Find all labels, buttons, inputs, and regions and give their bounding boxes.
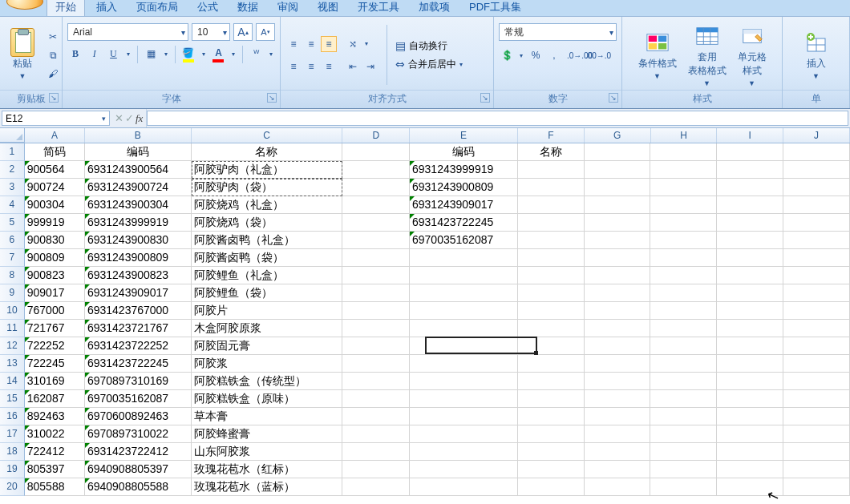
cell-G13[interactable] xyxy=(585,355,651,373)
row-header[interactable]: 12 xyxy=(0,337,25,355)
cell-H12[interactable] xyxy=(650,337,717,355)
row-header[interactable]: 14 xyxy=(0,373,25,390)
align-right-button[interactable]: ≡ xyxy=(321,58,337,75)
cell-G12[interactable] xyxy=(585,337,651,355)
border-button[interactable]: ▦ xyxy=(143,46,159,62)
cell-F1[interactable]: 名称 xyxy=(518,143,585,161)
cell-C19[interactable]: 玫瑰花苞水（红标） xyxy=(192,461,342,478)
font-size-combo[interactable]: 10▾ xyxy=(192,23,230,41)
cell-J10[interactable] xyxy=(783,302,850,320)
cell-A17[interactable]: 310022 xyxy=(25,425,85,443)
column-header-G[interactable]: G xyxy=(585,128,651,143)
cell-E6[interactable]: 6970035162087 xyxy=(410,232,518,249)
copy-button[interactable]: ⧉ xyxy=(45,47,61,63)
cell-F18[interactable] xyxy=(518,443,585,461)
cell-C10[interactable]: 阿胶片 xyxy=(192,302,342,320)
dialog-launcher-icon[interactable]: ↘ xyxy=(267,93,277,103)
paste-button[interactable]: 粘贴 ▼ xyxy=(5,28,40,82)
italic-button[interactable]: I xyxy=(87,46,103,62)
cell-A18[interactable]: 722412 xyxy=(25,443,85,461)
tab-PDF工具集[interactable]: PDF工具集 xyxy=(461,0,529,16)
cell-C6[interactable]: 阿胶酱卤鸭（礼盒） xyxy=(192,232,342,249)
number-format-combo[interactable]: 常规▾ xyxy=(499,23,617,41)
name-box[interactable]: E12▾ xyxy=(2,111,110,126)
cell-D12[interactable] xyxy=(342,337,410,355)
cell-I12[interactable] xyxy=(717,337,783,355)
font-family-combo[interactable]: Arial▾ xyxy=(67,23,188,41)
cell-B6[interactable]: 6931243900830 xyxy=(85,232,192,249)
cell-H5[interactable] xyxy=(650,214,717,232)
cell-A4[interactable]: 900304 xyxy=(25,196,85,214)
cell-H13[interactable] xyxy=(650,355,717,373)
cell-I9[interactable] xyxy=(717,284,783,302)
cell-B12[interactable]: 6931423722252 xyxy=(85,337,192,355)
cell-D5[interactable] xyxy=(342,214,410,232)
cell-J14[interactable] xyxy=(783,373,850,390)
cell-H17[interactable] xyxy=(650,425,717,443)
cell-C7[interactable]: 阿胶酱卤鸭（袋） xyxy=(192,249,342,267)
cell-D6[interactable] xyxy=(342,232,410,249)
column-header-D[interactable]: D xyxy=(342,128,410,143)
cell-G7[interactable] xyxy=(585,249,651,267)
align-left-button[interactable]: ≡ xyxy=(285,58,302,75)
underline-button[interactable]: U xyxy=(106,46,122,62)
cell-I14[interactable] xyxy=(717,373,783,390)
cell-J12[interactable] xyxy=(783,337,850,355)
currency-button[interactable]: 💲 xyxy=(499,47,515,63)
tab-视图[interactable]: 视图 xyxy=(310,0,346,16)
cell-C15[interactable]: 阿胶糕铁盒（原味） xyxy=(192,390,342,408)
cell-F3[interactable] xyxy=(518,179,585,196)
font-color-button[interactable]: A xyxy=(211,46,227,63)
cell-G8[interactable] xyxy=(585,267,651,284)
cell-A20[interactable]: 805588 xyxy=(25,478,85,496)
cell-H16[interactable] xyxy=(650,408,717,425)
bold-button[interactable]: B xyxy=(67,46,83,62)
select-all-corner[interactable] xyxy=(0,128,25,143)
cell-E10[interactable] xyxy=(410,302,518,320)
comma-button[interactable]: , xyxy=(546,47,562,63)
cell-D7[interactable] xyxy=(342,249,410,267)
cell-E8[interactable] xyxy=(410,267,518,284)
cell-F19[interactable] xyxy=(518,461,585,478)
cell-H14[interactable] xyxy=(650,373,717,390)
cell-A8[interactable]: 900823 xyxy=(25,267,85,284)
font-color-dropdown[interactable]: ▾ xyxy=(229,46,237,62)
row-header[interactable]: 1 xyxy=(0,143,25,161)
cell-D3[interactable] xyxy=(342,179,410,196)
cell-F8[interactable] xyxy=(518,267,585,284)
cell-B9[interactable]: 6931243909017 xyxy=(85,284,192,302)
formula-input[interactable] xyxy=(147,111,848,126)
dialog-launcher-icon[interactable]: ↘ xyxy=(49,93,59,103)
format-as-table-button[interactable]: 套用 表格格式▼ xyxy=(683,22,731,89)
cell-H10[interactable] xyxy=(650,302,717,320)
cell-H2[interactable] xyxy=(650,161,717,179)
column-header-B[interactable]: B xyxy=(85,128,192,143)
cell-B20[interactable]: 6940908805588 xyxy=(85,478,192,496)
cell-G1[interactable] xyxy=(585,143,651,161)
cell-G4[interactable] xyxy=(585,196,651,214)
column-header-F[interactable]: F xyxy=(518,128,585,143)
cell-F12[interactable] xyxy=(518,337,585,355)
orientation-dropdown[interactable]: ▾ xyxy=(362,36,370,52)
row-header[interactable]: 6 xyxy=(0,232,25,249)
increase-indent-button[interactable]: ⇥ xyxy=(362,58,378,75)
cell-A5[interactable]: 999919 xyxy=(25,214,85,232)
cell-H11[interactable] xyxy=(650,320,717,337)
row-header[interactable]: 13 xyxy=(0,355,25,373)
cell-G19[interactable] xyxy=(585,461,651,478)
cell-B13[interactable]: 6931423722245 xyxy=(85,355,192,373)
cell-I3[interactable] xyxy=(717,179,783,196)
cell-D19[interactable] xyxy=(342,461,410,478)
cell-A3[interactable]: 900724 xyxy=(25,179,85,196)
cell-F7[interactable] xyxy=(518,249,585,267)
cell-J9[interactable] xyxy=(783,284,850,302)
cell-B15[interactable]: 6970035162087 xyxy=(85,390,192,408)
cell-F13[interactable] xyxy=(518,355,585,373)
cell-H15[interactable] xyxy=(650,390,717,408)
row-header[interactable]: 20 xyxy=(0,478,25,496)
cell-B7[interactable]: 6931243900809 xyxy=(85,249,192,267)
cell-D14[interactable] xyxy=(342,373,410,390)
conditional-format-button[interactable]: 条件格式▼ xyxy=(633,28,682,82)
tab-审阅[interactable]: 审阅 xyxy=(269,0,306,16)
cell-I10[interactable] xyxy=(717,302,783,320)
